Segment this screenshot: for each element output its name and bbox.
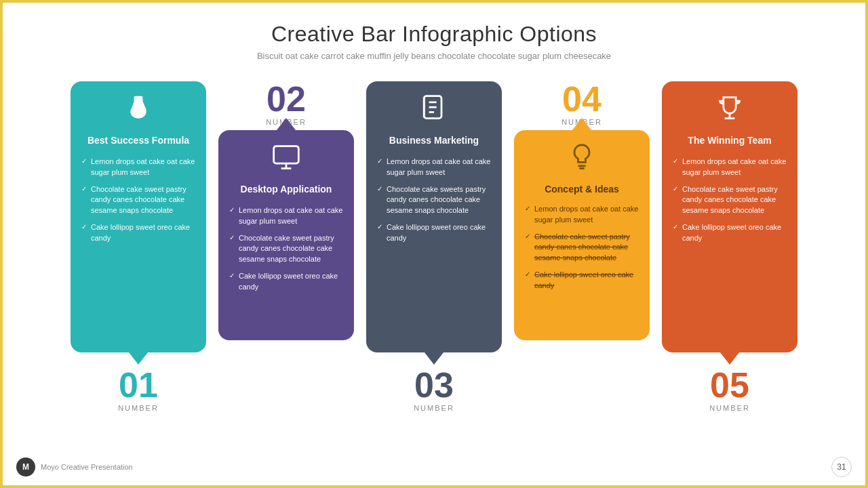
svg-rect-1 [274, 146, 299, 164]
monitor-icon [271, 142, 301, 176]
list-item: Lemon drops oat cake oat cake sugar plum… [229, 203, 343, 228]
number-label-5: NUMBER [709, 404, 750, 412]
card-wrapper-5: The Winning Team Lemon drops oat cake oa… [662, 81, 797, 412]
card-wrapper-1: Best Success Formula Lemon drops oat cak… [71, 81, 206, 412]
card-4-title: Concept & Ideas [545, 183, 619, 195]
list-item: Chocolate cake sweet pastry candy canes … [673, 182, 787, 218]
card-3: Business Marketing Lemon drops oat cake … [366, 81, 502, 352]
list-item: Cake lollipop sweet oreo cake candy [525, 268, 639, 293]
list-item: Lemon drops oat cake oat cake sugar plum… [525, 202, 639, 227]
list-item: Chocolate cake sweet pastry candy canes … [81, 182, 195, 218]
number-label-3: NUMBER [414, 404, 454, 412]
slide: Creative Bar Infographic Options Biscuit… [0, 0, 868, 488]
list-item: Lemon drops oat cake oat cake sugar plum… [673, 155, 787, 180]
slide-title: Creative Bar Infographic Options [257, 22, 611, 47]
footer: M Moyo Creative Presentation 31 [3, 457, 865, 477]
big-number-5: 05 [710, 367, 749, 403]
number-section-5: 05 NUMBER [709, 367, 750, 412]
cards-container: Best Success Formula Lemon drops oat cak… [3, 68, 865, 412]
list-item: Lemon drops oat cake oat cake sugar plum… [377, 155, 491, 180]
big-number-3: 03 [414, 367, 454, 403]
header: Creative Bar Infographic Options Biscuit… [257, 3, 611, 68]
card-2-title: Desktop Application [241, 183, 332, 195]
book-icon [419, 94, 449, 127]
number-label-1: NUMBER [118, 404, 159, 412]
card-2: Desktop Application Lemon drops oat cake… [218, 130, 354, 340]
card-5-list: Lemon drops oat cake oat cake sugar plum… [673, 155, 787, 248]
card-1-title: Best Success Formula [87, 134, 189, 146]
list-item: Chocolate cake sweet pastry candy canes … [525, 230, 639, 265]
brand-name: Moyo Creative Presentation [41, 463, 133, 471]
card-5-title: The Winning Team [688, 134, 771, 146]
list-item: Lemon drops oat cake oat cake sugar plum… [81, 155, 195, 180]
page-number: 31 [831, 457, 852, 477]
slide-subtitle: Biscuit oat cake carrot cake muffin jell… [257, 51, 611, 61]
card-2-list: Lemon drops oat cake oat cake sugar plum… [229, 203, 343, 297]
card-1: Best Success Formula Lemon drops oat cak… [71, 81, 206, 352]
number-section-3: 03 NUMBER [414, 367, 454, 412]
svg-rect-8 [423, 96, 426, 119]
card-4-list: Lemon drops oat cake oat cake sugar plum… [525, 202, 639, 296]
card-4: Concept & Ideas Lemon drops oat cake oat… [514, 130, 650, 340]
card-1-list: Lemon drops oat cake oat cake sugar plum… [81, 155, 195, 248]
footer-left: M Moyo Creative Presentation [16, 458, 133, 476]
list-item: Cake lollipop sweet oreo cake candy [673, 220, 787, 245]
list-item: Cake lollipop sweet oreo cake candy [81, 220, 195, 245]
big-number-4: 04 [562, 81, 601, 117]
card-3-title: Business Marketing [389, 134, 479, 146]
list-item: Chocolate cake sweets pastry candy canes… [377, 182, 491, 218]
card-wrapper-3: Business Marketing Lemon drops oat cake … [366, 81, 502, 412]
big-number-1: 01 [119, 367, 158, 403]
card-wrapper-4: 04 NUMBER Concept & Ideas Lemon drops oa… [514, 81, 650, 340]
big-number-2: 02 [267, 81, 306, 117]
brand-logo: M [16, 458, 35, 476]
number-section-1: 01 NUMBER [118, 367, 159, 412]
list-item: Cake lollipop sweet oreo cake candy [229, 269, 343, 294]
card-wrapper-2: 02 NUMBER Desktop Application Lemon drop… [218, 81, 354, 340]
flask-icon [123, 94, 153, 127]
bulb-icon [567, 142, 597, 176]
card-3-list: Lemon drops oat cake oat cake sugar plum… [377, 155, 491, 248]
trophy-icon [715, 94, 745, 127]
card-5: The Winning Team Lemon drops oat cake oa… [662, 81, 797, 352]
list-item: Cake lollipop sweet oreo cake candy [377, 220, 491, 245]
list-item: Chocolate cake sweet pastry candy canes … [229, 231, 343, 266]
